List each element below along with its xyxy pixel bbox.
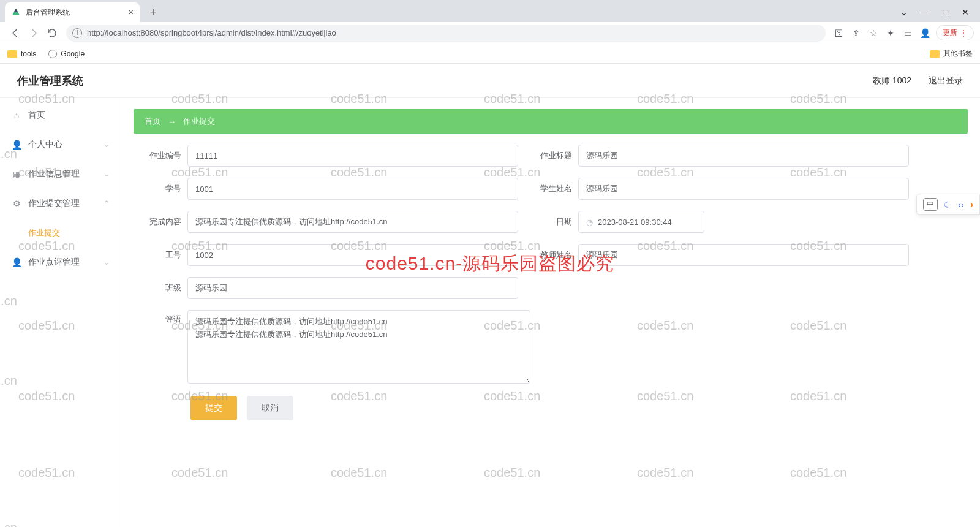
chevron-down-icon: ⌄ bbox=[104, 258, 110, 267]
ime-mode-label[interactable]: 中 bbox=[923, 198, 938, 211]
user-label[interactable]: 教师 1002 bbox=[873, 75, 911, 86]
user-icon: 👤 bbox=[11, 140, 22, 150]
share-icon[interactable]: ⇪ bbox=[848, 25, 865, 42]
input-homework-no[interactable] bbox=[187, 145, 518, 167]
browser-toolbar: i http://localhost:8080/springboot4prsj/… bbox=[0, 22, 980, 44]
bookmarks-bar: tools Google 其他书签 bbox=[0, 44, 980, 64]
star-icon[interactable]: ☆ bbox=[865, 25, 882, 42]
input-sno[interactable] bbox=[187, 178, 518, 200]
input-class[interactable] bbox=[187, 277, 518, 299]
chevron-down-icon: ⌄ bbox=[104, 140, 110, 149]
main-content: 首页 → 作业提交 作业编号 作业标题 学号 bbox=[121, 98, 980, 527]
field-tno: 工号 bbox=[138, 244, 518, 266]
browser-tabstrip: 后台管理系统 × + ⌄ — □ ✕ bbox=[0, 0, 980, 22]
folder-icon bbox=[7, 50, 17, 58]
tab-search-icon[interactable]: ⌄ bbox=[900, 7, 908, 17]
new-tab-button[interactable]: + bbox=[145, 4, 162, 21]
reload-button[interactable] bbox=[43, 24, 61, 42]
moon-icon[interactable]: ☾ bbox=[944, 200, 952, 210]
table-icon: ▦ bbox=[11, 169, 22, 179]
breadcrumb-current: 作业提交 bbox=[183, 116, 215, 127]
url-text: http://localhost:8080/springboot4prsj/ad… bbox=[87, 28, 336, 37]
field-homework-title: 作业标题 bbox=[529, 145, 909, 167]
bookmark-tools[interactable]: tools bbox=[7, 50, 36, 58]
input-tno[interactable] bbox=[187, 244, 518, 266]
input-homework-title[interactable] bbox=[578, 145, 909, 167]
close-tab-icon[interactable]: × bbox=[129, 7, 134, 17]
home-icon: ⌂ bbox=[11, 110, 22, 120]
bookmark-google[interactable]: Google bbox=[48, 50, 85, 58]
chrome-update-button[interactable]: 更新 ⋮ bbox=[936, 25, 974, 40]
breadcrumb: 首页 → 作业提交 bbox=[134, 109, 968, 134]
sidebar-item-homework-review[interactable]: 👤 作业点评管理 ⌄ bbox=[0, 248, 121, 277]
textarea-comment[interactable] bbox=[187, 310, 530, 384]
field-class: 班级 bbox=[138, 277, 518, 299]
sidebar-item-personal[interactable]: 👤 个人中心 ⌄ bbox=[0, 130, 121, 159]
tab-title: 后台管理系统 bbox=[26, 7, 70, 18]
ime-widget[interactable]: 中 ☾ ‹› › bbox=[916, 194, 980, 215]
gear-icon: ⚙ bbox=[11, 199, 22, 208]
field-tname: 教师姓名 bbox=[529, 244, 909, 266]
input-date[interactable]: ◔ 2023-08-21 09:30:44 bbox=[578, 211, 704, 233]
key-icon[interactable]: ⚿ bbox=[831, 25, 848, 42]
breadcrumb-home[interactable]: 首页 bbox=[145, 116, 160, 127]
address-bar[interactable]: i http://localhost:8080/springboot4prsj/… bbox=[66, 25, 826, 42]
user-icon: 👤 bbox=[11, 257, 22, 267]
field-comment: 评语 bbox=[138, 310, 530, 384]
sidebar-item-homework-submit[interactable]: ⚙ 作业提交管理 ⌃ bbox=[0, 189, 121, 218]
chevron-right-icon[interactable]: › bbox=[970, 199, 973, 210]
back-button[interactable] bbox=[6, 24, 24, 42]
profile-icon[interactable]: 👤 bbox=[916, 25, 933, 42]
field-sno: 学号 bbox=[138, 178, 518, 200]
logout-link[interactable]: 退出登录 bbox=[929, 75, 963, 86]
field-homework-no: 作业编号 bbox=[138, 145, 518, 167]
maximize-icon[interactable]: □ bbox=[943, 7, 948, 17]
homework-form: 作业编号 作业标题 学号 学生姓名 bbox=[134, 134, 968, 431]
sidebar: ⌂ 首页 👤 个人中心 ⌄ ▦ 作业信息管理 ⌄ ⚙ 作业提交管理 ⌃ 作业提交 bbox=[0, 98, 121, 527]
input-sname[interactable] bbox=[578, 178, 909, 200]
forward-button[interactable] bbox=[24, 24, 43, 42]
clock-icon: ◔ bbox=[586, 218, 593, 227]
extensions-icon[interactable]: ✦ bbox=[882, 25, 899, 42]
arrow-right-icon: → bbox=[168, 117, 176, 126]
app-root: 作业管理系统 教师 1002 退出登录 ⌂ 首页 👤 个人中心 ⌄ ▦ 作业信息… bbox=[0, 64, 980, 527]
vue-favicon-icon bbox=[11, 7, 21, 17]
sidebar-subitem-homework-submit[interactable]: 作业提交 bbox=[0, 218, 121, 248]
input-content[interactable] bbox=[187, 211, 518, 233]
close-window-icon[interactable]: ✕ bbox=[962, 7, 969, 17]
chevron-up-icon: ⌃ bbox=[104, 199, 110, 208]
cancel-button[interactable]: 取消 bbox=[247, 396, 293, 420]
sidebar-item-home[interactable]: ⌂ 首页 bbox=[0, 100, 121, 130]
folder-icon bbox=[930, 50, 940, 58]
minimize-icon[interactable]: — bbox=[921, 7, 930, 17]
site-info-icon[interactable]: i bbox=[72, 28, 82, 38]
app-header: 作业管理系统 教师 1002 退出登录 bbox=[0, 64, 980, 98]
field-date: 日期 ◔ 2023-08-21 09:30:44 bbox=[529, 211, 704, 233]
app-title: 作业管理系统 bbox=[17, 74, 83, 88]
reading-list-icon[interactable]: ▭ bbox=[899, 25, 916, 42]
submit-button[interactable]: 提交 bbox=[190, 396, 237, 420]
other-bookmarks[interactable]: 其他书签 bbox=[930, 48, 973, 59]
browser-tab[interactable]: 后台管理系统 × bbox=[5, 2, 140, 22]
window-controls: ⌄ — □ ✕ bbox=[900, 7, 980, 22]
angle-brackets-icon[interactable]: ‹› bbox=[958, 200, 963, 210]
chevron-down-icon: ⌄ bbox=[104, 170, 110, 178]
sidebar-item-homework-info[interactable]: ▦ 作业信息管理 ⌄ bbox=[0, 159, 121, 189]
input-tname[interactable] bbox=[578, 244, 909, 266]
field-sname: 学生姓名 bbox=[529, 178, 909, 200]
globe-icon bbox=[48, 50, 57, 58]
field-content: 完成内容 bbox=[138, 211, 518, 233]
